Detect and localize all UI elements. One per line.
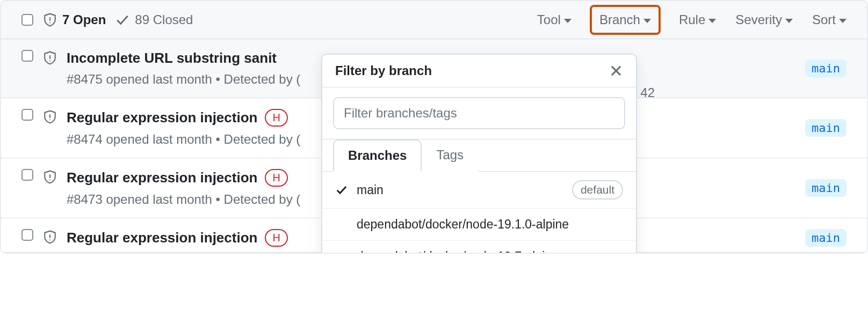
- filter-tool[interactable]: Tool: [537, 12, 572, 27]
- branch-name: dependabot/docker/node-19.7-alpine: [357, 249, 559, 254]
- branch-badge[interactable]: main: [805, 119, 847, 137]
- branch-name: dependabot/docker/node-19.1.0-alpine: [357, 217, 569, 232]
- shield-alert-icon: [43, 12, 57, 28]
- alert-title[interactable]: Regular expression injection: [67, 230, 257, 246]
- filter-sort-label: Sort: [812, 12, 836, 27]
- svg-point-1: [49, 22, 50, 23]
- filter-branch[interactable]: Branch: [590, 5, 661, 35]
- branch-badge[interactable]: main: [805, 179, 847, 197]
- caret-down-icon: [643, 19, 651, 23]
- filter-severity-label: Severity: [735, 12, 782, 27]
- alert-checkbox[interactable]: [21, 109, 33, 121]
- select-all-checkbox[interactable]: [21, 14, 33, 26]
- svg-point-7: [49, 179, 50, 180]
- alerts-toolbar: 7 Open 89 Closed Tool Branch Rule: [1, 1, 867, 39]
- tab-branches[interactable]: Branches: [333, 139, 422, 172]
- shield-alert-icon: [43, 50, 57, 66]
- filter-severity[interactable]: Severity: [735, 12, 793, 27]
- filter-rule-label: Rule: [679, 12, 705, 27]
- filter-tool-label: Tool: [537, 12, 561, 27]
- severity-pill: H: [265, 169, 287, 187]
- default-badge: default: [572, 180, 623, 200]
- branch-badge[interactable]: main: [805, 229, 847, 247]
- alert-checkbox[interactable]: [21, 50, 33, 62]
- svg-point-9: [49, 239, 50, 240]
- branch-item[interactable]: dependabot/docker/node-19.7-alpine: [322, 241, 636, 254]
- caret-down-icon: [785, 19, 793, 23]
- tab-tags[interactable]: Tags: [422, 139, 478, 172]
- branch-item[interactable]: dependabot/docker/node-19.1.0-alpine: [322, 209, 636, 241]
- close-icon[interactable]: [609, 64, 623, 78]
- svg-point-5: [49, 119, 50, 120]
- severity-pill: H: [265, 109, 287, 127]
- alert-title[interactable]: Regular expression injection: [67, 169, 257, 186]
- branch-search-input[interactable]: [333, 97, 625, 129]
- closed-alerts-count[interactable]: 89 Closed: [115, 12, 193, 27]
- check-icon: [115, 13, 129, 27]
- caret-down-icon: [564, 19, 572, 23]
- severity-pill: H: [265, 229, 287, 247]
- shield-alert-icon: [43, 109, 57, 125]
- filter-branch-label: Branch: [599, 12, 640, 27]
- branch-badge[interactable]: main: [805, 60, 847, 77]
- alerts-panel: 7 Open 89 Closed Tool Branch Rule: [0, 0, 868, 254]
- closed-count-text: 89 Closed: [135, 12, 193, 27]
- filter-rule[interactable]: Rule: [679, 12, 716, 27]
- shield-alert-icon: [43, 169, 57, 185]
- open-count-text: 7 Open: [62, 12, 106, 27]
- caret-down-icon: [839, 19, 847, 23]
- svg-point-3: [49, 60, 50, 61]
- shield-alert-icon: [43, 229, 57, 245]
- toolbar-right: Tool Branch Rule Severity Sort: [537, 12, 847, 27]
- alert-title[interactable]: Regular expression injection: [67, 109, 257, 126]
- branch-item[interactable]: main default: [322, 172, 636, 209]
- branch-name: main: [357, 183, 384, 197]
- alert-checkbox[interactable]: [21, 229, 33, 241]
- toolbar-left: 7 Open 89 Closed: [21, 12, 193, 28]
- popover-title: Filter by branch: [335, 63, 432, 78]
- check-icon: [335, 183, 348, 196]
- branch-filter-popover: Filter by branch Branches Tags main defa…: [321, 54, 637, 254]
- caret-down-icon: [708, 19, 716, 23]
- filter-sort[interactable]: Sort: [812, 12, 847, 27]
- popover-search-wrap: [322, 87, 636, 139]
- popover-tabs: Branches Tags: [322, 139, 636, 172]
- open-alerts-count[interactable]: 7 Open: [43, 12, 106, 28]
- alert-checkbox[interactable]: [21, 169, 33, 181]
- alert-title[interactable]: Incomplete URL substring sanit: [67, 50, 277, 67]
- branch-list[interactable]: main default dependabot/docker/node-19.1…: [322, 172, 636, 254]
- popover-header: Filter by branch: [322, 55, 636, 87]
